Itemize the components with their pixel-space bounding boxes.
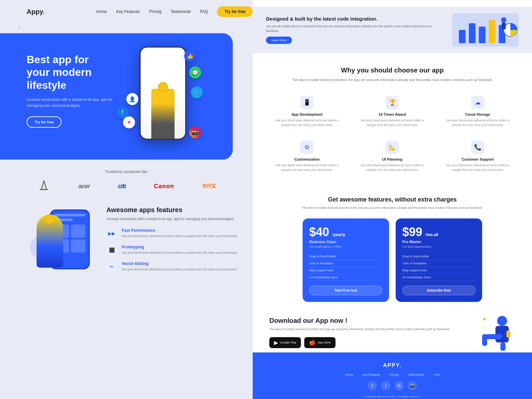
phone-screen [141, 48, 185, 139]
code-description: You can all mobile device to transform t… [266, 24, 442, 33]
feature-item-text-0: Fast Performance Get your blood tests de… [122, 228, 238, 239]
float-whatsapp-icon: 💬 [189, 66, 201, 78]
pricing-section: Get awesome features, without extra char… [253, 186, 532, 317]
feat-card-desc-0: Get your blood tests delivered at home c… [273, 118, 341, 127]
hero-cta-button[interactable]: Try for free [27, 116, 62, 128]
left-panel: for(let i=0;i<40;i++) document.currentSc… [0, 0, 253, 399]
social-icons: f t in 📷 [269, 381, 515, 390]
social-instagram[interactable]: 📷 [408, 381, 417, 390]
feat-card-title-5: Customer Support [443, 157, 512, 161]
code-text: Designed & built by the latest code inte… [266, 16, 442, 44]
price-cta-1[interactable]: Subscribe Now [402, 286, 475, 295]
why-heading: Why you should choose our app [269, 66, 515, 74]
nav-features[interactable]: Key Features [116, 9, 140, 14]
features-illustration [27, 206, 93, 268]
hero-heading: Best app for your modern lifestyle [27, 53, 113, 91]
nav-testimonial[interactable]: Testimonial [171, 9, 191, 14]
app-store-icon: 🍎 [309, 339, 316, 346]
feature-title-1: Prototyping [122, 245, 238, 249]
download-illustration [475, 313, 515, 352]
nav-faq[interactable]: FAQ [200, 9, 208, 14]
float-like-icon: 👍 [184, 50, 196, 62]
brand-alipay: 支付宝 [202, 183, 216, 189]
hero-text: Best app for your modern lifestyle Incre… [27, 53, 113, 128]
svg-rect-10 [502, 23, 506, 29]
google-play-button[interactable]: ▶ Google Play [269, 337, 301, 348]
trusted-label: Trusted by companies like [27, 170, 226, 174]
social-linkedin[interactable]: in [394, 381, 404, 390]
feature-item-text-1: Prototyping Get your blood tests deliver… [122, 245, 238, 255]
price-feat-0-1: 100s of Templates [309, 260, 382, 267]
brands-list: acer citi Canon 支付宝 [27, 180, 226, 192]
pricing-cards: $40 /yearly Business Class For small tea… [269, 218, 515, 302]
footer-nav-faq[interactable]: FAQ [434, 373, 440, 376]
feat-card-title-4: UI Planning [358, 157, 427, 161]
svg-rect-16 [506, 331, 510, 337]
feature-desc-2: Get your blood tests delivered at home c… [122, 267, 238, 272]
svg-rect-13 [485, 334, 502, 339]
dot-grid-top: for(let i=0;i<40;i++) document.currentSc… [18, 27, 50, 28]
why-description: The idea of mobile services transform th… [269, 77, 515, 82]
chart-svg [452, 13, 519, 47]
svg-rect-6 [489, 20, 495, 43]
footer-copyright: Copyright built Actory 2021. All rights … [269, 395, 515, 398]
social-facebook[interactable]: f [368, 381, 377, 390]
navbar: Appy. Home Key Features Pricing Testimon… [27, 0, 253, 23]
svg-rect-5 [479, 27, 485, 43]
code-learn-button[interactable]: Learn more [266, 37, 292, 44]
feat-card-desc-3: Get your blood tests delivered at home c… [273, 163, 341, 172]
social-twitter[interactable]: t [381, 381, 390, 390]
feat-card-desc-5: Get your blood tests delivered at home c… [443, 163, 512, 172]
feat-card-title-3: Customization [273, 157, 341, 161]
prototyping-icon: ⬛ [106, 245, 117, 255]
float-twitter-icon: 🐦 [191, 86, 203, 98]
custom-icon: ⚙ [300, 141, 314, 154]
feature-item-0: ▶▶ Fast Performance Get your blood tests… [106, 228, 253, 239]
svg-rect-15 [500, 342, 505, 351]
svg-point-9 [501, 17, 506, 23]
hero-section: Best app for your modern lifestyle Incre… [0, 33, 233, 160]
price-card-1: $99 /mo.all Pro Master For best opportun… [396, 218, 482, 302]
right-panel: for(let i=0;i<36;i++) document.currentSc… [253, 0, 532, 399]
download-heading: Download our App now ! [269, 317, 466, 325]
footer-nav-features[interactable]: Key Features [362, 373, 380, 376]
footer-nav-testimonials[interactable]: Testimonials [408, 373, 425, 376]
phone-head [158, 82, 168, 92]
feature-item-text-2: Vector Editing Get your blood tests deli… [122, 261, 238, 272]
nav-home[interactable]: Home [96, 9, 107, 14]
brand-canon: Canon [154, 183, 174, 190]
vector-icon: ✏ [106, 261, 117, 272]
code-heading: Designed & built by the latest code inte… [266, 16, 442, 22]
price-tier-1: Pro Master [402, 240, 475, 244]
feat-card-4: 📐 UI Planning Get your blood tests deliv… [355, 137, 430, 176]
feat-person [37, 214, 63, 268]
feature-item-2: ✏ Vector Editing Get your blood tests de… [106, 261, 253, 272]
price-cta-0[interactable]: Start Free trail [309, 286, 382, 295]
phone-mockup [140, 47, 186, 140]
feat-card-3: ⚙ Customization Get your blood tests del… [269, 137, 345, 176]
download-text: Download our App now ! The idea of mobil… [269, 317, 466, 348]
price-feat-0-2: Blog Support tools [309, 267, 382, 274]
feat-card-desc-1: Get your blood tests delivered at home c… [358, 118, 427, 127]
svg-rect-14 [482, 334, 487, 346]
footer-nav-home[interactable]: Home [345, 373, 353, 376]
feat-card-title-1: 10 Times Award [358, 112, 427, 116]
svg-rect-4 [469, 23, 475, 43]
svg-point-11 [497, 316, 507, 326]
features-grid: 📱 App Development Get your blood tests d… [269, 92, 515, 176]
pricing-description: The idea of mobile services transform th… [269, 206, 515, 210]
code-section: Designed & built by the latest code inte… [253, 7, 532, 53]
feat-card-title-2: Cloud Storage [443, 112, 512, 116]
app-store-button[interactable]: 🍎 App Store [304, 337, 335, 348]
brand-citi: citi [118, 183, 126, 190]
price-amount-0: $40 /yearly [309, 225, 382, 239]
app-store-label: App Store [318, 341, 331, 344]
main-nav: Home Key Features Pricing Testimonial FA… [96, 6, 253, 17]
app-buttons: ▶ Google Play 🍎 App Store [269, 337, 466, 348]
fast-perf-icon: ▶▶ [106, 228, 117, 239]
footer-nav-pricing[interactable]: Pricing [389, 373, 399, 376]
google-play-label: Google Play [280, 341, 296, 344]
price-tier-0: Business Class [309, 240, 382, 244]
nav-try-button[interactable]: Try for free [217, 6, 253, 17]
nav-pricing[interactable]: Pricing [149, 9, 162, 14]
